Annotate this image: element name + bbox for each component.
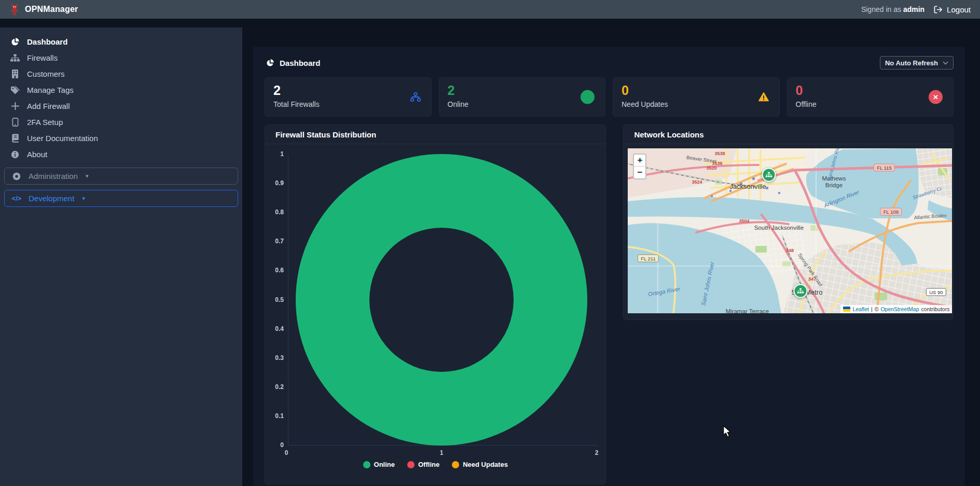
doughnut-hole: [369, 228, 514, 372]
auto-refresh-value: No Auto Refresh: [885, 59, 938, 67]
y-axis-tick: 0.3: [265, 354, 284, 362]
book-icon: [10, 134, 20, 143]
sidebar-item-about[interactable]: About: [0, 146, 242, 162]
gear-icon: [11, 172, 22, 180]
caret-down-icon: ▾: [82, 195, 85, 202]
page-title: Dashboard: [265, 59, 320, 67]
map-label-347: 347: [808, 276, 816, 282]
y-axis-tick: 1: [265, 150, 284, 158]
chevron-down-icon: [943, 60, 948, 66]
map-label-3520: 3520: [706, 165, 716, 171]
zoom-in-button[interactable]: +: [634, 155, 645, 166]
app-title[interactable]: OPNManager: [25, 5, 78, 14]
osm-link[interactable]: OpenStreetMap: [880, 306, 919, 312]
info-icon: [10, 150, 20, 159]
map-label-jacksonville: Jacksonville: [729, 183, 766, 190]
sidebar-item-user-documentation[interactable]: User Documentation: [0, 130, 242, 146]
caret-down-icon: ▾: [86, 173, 89, 179]
legend-item-online[interactable]: Online: [363, 461, 395, 468]
legend-dot-icon: [452, 461, 459, 468]
stat-card-offline: 0Offline✕: [787, 77, 954, 117]
stat-value: 2: [273, 82, 423, 98]
chart-card: Firewall Status Distribution 10.90.80.70…: [265, 124, 606, 484]
sidebar-dropdown-development[interactable]: </>Development▾: [4, 190, 238, 207]
code-icon: </>: [11, 195, 22, 202]
leaflet-link[interactable]: Leaflet: [852, 306, 869, 312]
map-label-fl-115: FL 115: [874, 164, 895, 172]
brand[interactable]: OPNManager: [9, 3, 78, 16]
zoom-out-button[interactable]: −: [634, 166, 645, 178]
logout-button[interactable]: Logout: [933, 5, 971, 14]
map-label-fl-109: FL 109: [880, 208, 902, 216]
warning-icon: [758, 90, 769, 104]
chart-y-axis-line: [288, 154, 288, 445]
map-label-us-90: US 90: [926, 288, 946, 296]
stat-value: 2: [448, 82, 597, 98]
sitemap-outline-icon: [410, 89, 421, 105]
mascot-logo-icon: [9, 3, 20, 16]
x-axis-tick: 2: [595, 449, 599, 456]
y-axis-tick: 0.9: [265, 179, 284, 187]
y-axis-tick: 0: [265, 441, 284, 449]
firewall-marker-jacksonville[interactable]: [762, 168, 776, 182]
leaflet-map[interactable]: JacksonvilleSouth JacksonvilleMathewsBri…: [628, 148, 952, 313]
sidebar-item-label: Dashboard: [27, 37, 67, 46]
chart-pie-icon: [10, 38, 20, 46]
logout-icon: [933, 6, 943, 13]
sidebar-item-manage-tags[interactable]: Manage Tags: [0, 82, 242, 98]
sitemap-icon: [10, 54, 20, 62]
signed-in-text: Signed in as admin: [861, 5, 924, 13]
chart-legend: OnlineOfflineNeed Updates: [265, 461, 605, 468]
offline-circle-x-icon: ✕: [929, 90, 943, 104]
firewall-marker-metro[interactable]: [794, 284, 808, 298]
chart-pie-icon: [265, 59, 275, 67]
opnmanager-app: OPNManager Signed in as admin Logout Das…: [0, 0, 980, 486]
sidebar-dropdown-administration[interactable]: Administration▾: [4, 168, 238, 185]
navbar-right: Signed in as admin Logout: [861, 5, 971, 14]
legend-item-need-updates[interactable]: Need Updates: [452, 461, 508, 468]
legend-item-offline[interactable]: Offline: [407, 461, 439, 468]
dropdown-label: Administration: [29, 172, 78, 180]
y-axis-tick: 0.8: [265, 209, 284, 216]
stat-card-online: 2Online: [439, 77, 606, 117]
map-label-miramar-terrace: Miramar Terrace: [726, 308, 769, 313]
doughnut-chart: 10.90.80.70.60.50.40.30.20.10 012 Online…: [265, 144, 605, 484]
attribution-divider: |: [871, 306, 873, 312]
sidebar-item-2fa-setup[interactable]: 2FA Setup: [0, 114, 242, 130]
map-label-3538: 3538: [714, 151, 725, 156]
legend-dot-icon: [363, 461, 370, 468]
attribution-copyright: ©: [875, 306, 879, 312]
sidebar-item-customers[interactable]: Customers: [0, 66, 242, 82]
tags-icon: [10, 86, 20, 94]
map-label-south-jacksonville: South Jacksonville: [754, 225, 804, 231]
sidebar-item-label: 2FA Setup: [27, 118, 63, 127]
x-axis-tick: 0: [285, 449, 288, 456]
sidebar-item-add-firewall[interactable]: Add Firewall: [0, 98, 242, 114]
sidebar-item-dashboard[interactable]: Dashboard: [0, 34, 242, 50]
green-circle-icon: [581, 90, 595, 104]
mobile-icon: [10, 118, 20, 127]
sidebar-item-label: Manage Tags: [27, 86, 74, 94]
map-label-3524: 3524: [692, 179, 702, 185]
signed-in-username: admin: [903, 5, 924, 13]
map-card-title: Network Locations: [624, 125, 953, 144]
sidebar-item-label: User Documentation: [27, 134, 98, 143]
y-axis-tick: 0.7: [265, 238, 284, 245]
doughnut-ring: [296, 154, 587, 446]
map-label-fl-211: FL 211: [638, 255, 659, 262]
content-row: Firewall Status Distribution 10.90.80.70…: [265, 124, 954, 484]
logout-label: Logout: [947, 5, 971, 14]
stat-label: Online: [448, 100, 597, 108]
panel-header: Dashboard No Auto Refresh: [265, 55, 954, 71]
signed-in-prefix: Signed in as: [861, 5, 901, 13]
stat-label: Offline: [796, 100, 945, 108]
warning-icon: [758, 90, 769, 104]
auto-refresh-select[interactable]: No Auto Refresh: [880, 56, 954, 70]
map-zoom-control: + −: [633, 154, 646, 179]
sidebar-item-firewalls[interactable]: Firewalls: [0, 50, 242, 66]
sidebar-nav: DashboardFirewallsCustomersManage TagsAd…: [0, 34, 242, 162]
sidebar-item-label: Firewalls: [27, 53, 58, 62]
stat-card-total-firewalls: 2Total Firewalls: [265, 77, 432, 117]
y-axis-tick: 0.6: [265, 267, 284, 274]
map-label-348: 348: [786, 248, 794, 253]
